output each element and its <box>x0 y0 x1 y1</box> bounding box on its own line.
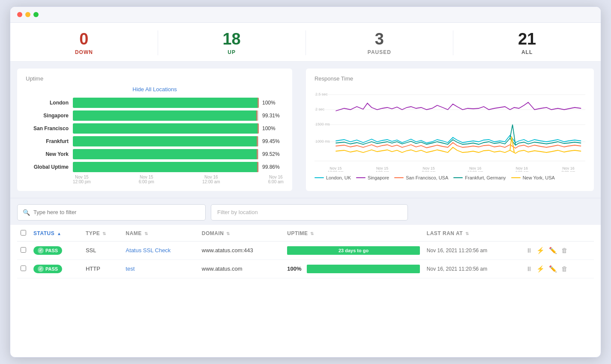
response-legend: London, UK Singapore San Francisco, USA … <box>314 175 585 180</box>
uptime-bar-label: Frankfurt <box>26 138 69 144</box>
th-name-label: NAME <box>126 230 141 236</box>
response-svg: 2.5 sec 2 sec 1500 ms 1000 ms <box>314 86 585 172</box>
td-name: test <box>122 260 198 278</box>
last-ran-sort-icon: ⇅ <box>465 231 469 236</box>
th-name[interactable]: NAME ⇅ <box>122 225 198 242</box>
legend-label: New York, USA <box>523 175 555 180</box>
svg-text:2.5 sec: 2.5 sec <box>315 92 328 96</box>
th-domain-label: DOMAIN <box>202 230 224 236</box>
filter-section: 🔍 Filter by location <box>10 198 601 225</box>
svg-text:12:00 am: 12:00 am <box>467 170 483 172</box>
edit-icon[interactable]: ✏️ <box>549 247 557 254</box>
th-last-ran-label: LAST RAN AT <box>427 230 463 236</box>
td-actions: ⏸ ⚡ ✏️ 🗑 <box>522 260 594 278</box>
th-uptime-label: UPTIME <box>287 230 308 236</box>
search-input[interactable] <box>33 209 200 215</box>
uptime-bar-pct: 99.45% <box>262 138 284 144</box>
location-filter[interactable]: Filter by location <box>211 204 408 221</box>
td-type: SSL <box>82 241 122 260</box>
charts-section: Uptime Hide All Locations London 100% Si… <box>10 62 601 198</box>
td-status: ✓ PASS <box>30 260 82 278</box>
row-checkbox-1[interactable] <box>21 266 26 271</box>
uptime-bar-container <box>73 162 259 172</box>
search-box: 🔍 <box>17 204 206 221</box>
stat-all[interactable]: 21 ALL <box>453 30 601 55</box>
row-checkbox-0[interactable] <box>21 247 26 253</box>
close-dot[interactable] <box>17 12 22 17</box>
td-name: Atatus SSL Check <box>122 241 198 260</box>
status-badge: ✓ PASS <box>33 265 62 273</box>
td-last-ran: Nov 16, 2021 11:20:56 am <box>423 260 522 278</box>
pass-circle: ✓ <box>38 266 44 272</box>
stat-up[interactable]: 18 UP <box>158 30 306 55</box>
legend-item: Frankfurt, Germany <box>453 175 506 180</box>
stat-all-value: 21 <box>453 30 601 48</box>
th-status-label: STATUS <box>33 230 54 236</box>
content-area: 0 DOWN 18 UP 3 PAUSED 21 ALL Uptime Hide… <box>10 23 601 285</box>
legend-item: San Francisco, USA <box>394 175 448 180</box>
uptime-panel: Uptime Hide All Locations London 100% Si… <box>17 69 292 191</box>
uptime-bar-label: Global Uptime <box>26 164 69 170</box>
svg-text:8:00 am: 8:00 am <box>561 170 575 172</box>
maximize-dot[interactable] <box>33 12 39 17</box>
th-domain[interactable]: DOMAIN ⇅ <box>198 225 284 242</box>
stat-down[interactable]: 0 DOWN <box>10 30 158 55</box>
uptime-bar-container <box>73 98 259 108</box>
uptime-bar-pct: 100% <box>262 125 284 131</box>
uptime-bar-label: New York <box>26 151 69 157</box>
th-type-label: TYPE <box>86 230 100 236</box>
stats-row: 0 DOWN 18 UP 3 PAUSED 21 ALL <box>10 23 601 62</box>
uptime-bar-pct: 99.86% <box>262 164 284 170</box>
stat-paused[interactable]: 3 PAUSED <box>306 30 454 55</box>
titlebar <box>10 7 601 23</box>
th-select-all <box>17 225 30 242</box>
uptime-bar-pct: 99.31% <box>262 113 284 119</box>
legend-label: Singapore <box>368 175 389 180</box>
td-checkbox <box>17 260 30 278</box>
stat-all-label: ALL <box>453 49 601 55</box>
uptime-bar-row: Frankfurt 99.45% <box>26 136 284 146</box>
svg-text:1000 ms: 1000 ms <box>315 139 330 143</box>
uptime-sort-icon: ⇅ <box>310 231 314 236</box>
search-icon: 🔍 <box>23 209 30 216</box>
uptime-bar-fill <box>73 123 259 134</box>
uptime-bar-row: San Francisco 100% <box>26 123 284 134</box>
uptime-bar-container <box>73 136 259 146</box>
table-row: ✓ PASS HTTP test www.atatus.com 100% Nov… <box>17 260 594 278</box>
th-last-ran[interactable]: LAST RAN AT ⇅ <box>423 225 522 242</box>
run-icon[interactable]: ⚡ <box>536 247 545 254</box>
svg-text:12:00 pm: 12:00 pm <box>328 170 344 172</box>
monitor-name-link[interactable]: Atatus SSL Check <box>126 247 171 254</box>
action-icons: ⏸ ⚡ ✏️ 🗑 <box>526 265 590 273</box>
legend-label: London, UK <box>326 175 351 180</box>
minimize-dot[interactable] <box>25 12 30 17</box>
legend-color <box>356 177 365 179</box>
legend-item: Singapore <box>356 175 389 180</box>
select-all-checkbox[interactable] <box>21 230 26 236</box>
table-body: ✓ PASS SSL Atatus SSL Check www.atatus.c… <box>17 241 594 278</box>
response-time-title: Response Time <box>314 75 585 82</box>
uptime-cell: 100% <box>287 265 420 273</box>
delete-icon[interactable]: 🗑 <box>561 247 568 254</box>
td-domain: www.atatus.com <box>198 260 284 278</box>
edit-icon[interactable]: ✏️ <box>549 265 557 273</box>
th-uptime[interactable]: UPTIME ⇅ <box>284 225 423 242</box>
th-status[interactable]: STATUS ▲ <box>30 225 82 242</box>
uptime-bar-fill <box>73 149 258 159</box>
uptime-bar-row: Singapore 99.31% <box>26 110 284 121</box>
run-icon[interactable]: ⚡ <box>536 265 545 273</box>
monitor-name-link[interactable]: test <box>126 266 135 272</box>
table-header: STATUS ▲ TYPE ⇅ NAME ⇅ DOMAIN <box>17 225 594 242</box>
uptime-axis-label: Nov 1612:00 am <box>202 175 220 184</box>
hide-all-btn[interactable]: Hide All Locations <box>26 86 284 92</box>
stat-paused-label: PAUSED <box>306 49 453 55</box>
delete-icon[interactable]: 🗑 <box>561 265 568 272</box>
pass-circle: ✓ <box>38 248 44 254</box>
pause-icon[interactable]: ⏸ <box>526 265 532 272</box>
td-last-ran: Nov 16, 2021 11:20:56 am <box>423 241 522 260</box>
pause-icon[interactable]: ⏸ <box>526 247 532 254</box>
td-status: ✓ PASS <box>30 241 82 260</box>
td-uptime: 100% <box>284 260 423 278</box>
th-type[interactable]: TYPE ⇅ <box>82 225 122 242</box>
uptime-bar-fill <box>73 136 258 146</box>
